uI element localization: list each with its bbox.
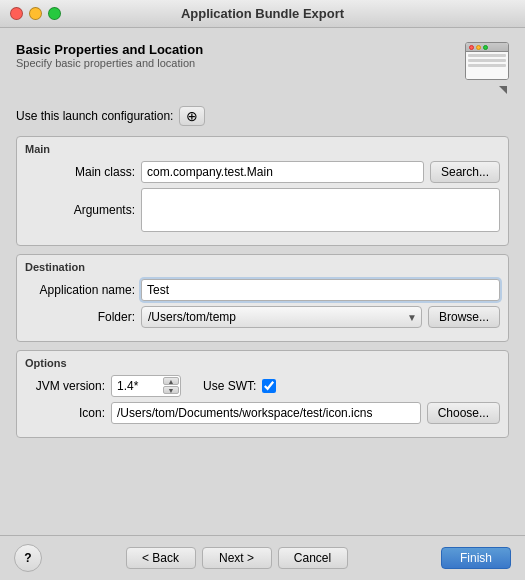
- launch-config-row: Use this launch configuration: ⊕: [16, 106, 509, 126]
- launch-config-icon: ⊕: [186, 108, 198, 124]
- icon-dot-red: [469, 45, 474, 50]
- header: Basic Properties and Location Specify ba…: [16, 42, 509, 96]
- main-section-title: Main: [25, 143, 500, 155]
- icon-dot-green: [483, 45, 488, 50]
- main-class-row: Main class: Search...: [25, 161, 500, 183]
- use-swt-checkbox[interactable]: [262, 379, 276, 393]
- cancel-button[interactable]: Cancel: [278, 547, 348, 569]
- header-text: Basic Properties and Location Specify ba…: [16, 42, 203, 69]
- help-button[interactable]: ?: [14, 544, 42, 572]
- choose-button[interactable]: Choose...: [427, 402, 500, 424]
- header-icon-wrap: [455, 42, 509, 96]
- icon-line-1: [468, 54, 506, 57]
- main-class-label: Main class:: [25, 165, 135, 179]
- arguments-label: Arguments:: [25, 203, 135, 217]
- icon-dot-yellow: [476, 45, 481, 50]
- use-swt-label: Use SWT:: [203, 379, 256, 393]
- next-button[interactable]: Next >: [202, 547, 272, 569]
- destination-section: Destination Application name: Folder: /U…: [16, 254, 509, 342]
- use-swt-checkbox-wrapper: [262, 379, 276, 393]
- maximize-button[interactable]: [48, 7, 61, 20]
- app-name-input[interactable]: [141, 279, 500, 301]
- folder-select-wrapper: /Users/tom/temp ▼: [141, 306, 422, 328]
- destination-section-title: Destination: [25, 261, 500, 273]
- jvm-arrows: ▲ ▼: [163, 377, 179, 394]
- launch-config-label: Use this launch configuration:: [16, 109, 173, 123]
- options-section: Options JVM version: ▲ ▼ Use SWT: Icon: …: [16, 350, 509, 438]
- jvm-spinner: ▲ ▼: [111, 375, 181, 397]
- icon-line-3: [468, 64, 506, 67]
- footer-left: ?: [14, 544, 42, 572]
- window-buttons: [10, 7, 61, 20]
- icon-line-2: [468, 59, 506, 62]
- main-content: Basic Properties and Location Specify ba…: [0, 28, 525, 535]
- jvm-down-arrow[interactable]: ▼: [163, 386, 179, 394]
- search-button[interactable]: Search...: [430, 161, 500, 183]
- close-button[interactable]: [10, 7, 23, 20]
- finish-button[interactable]: Finish: [441, 547, 511, 569]
- folder-row: Folder: /Users/tom/temp ▼ Browse...: [25, 306, 500, 328]
- jvm-row: JVM version: ▲ ▼ Use SWT:: [25, 375, 500, 397]
- app-name-row: Application name:: [25, 279, 500, 301]
- minimize-button[interactable]: [29, 7, 42, 20]
- jvm-up-arrow[interactable]: ▲: [163, 377, 179, 385]
- folder-label: Folder:: [25, 310, 135, 324]
- titlebar: Application Bundle Export: [0, 0, 525, 28]
- footer: ? < Back Next > Cancel Finish: [0, 535, 525, 580]
- footer-right: Finish: [431, 547, 511, 569]
- window-icon: [465, 42, 509, 80]
- icon-window-body: [466, 52, 508, 79]
- back-button[interactable]: < Back: [126, 547, 196, 569]
- jvm-label: JVM version:: [25, 379, 105, 393]
- page-title: Basic Properties and Location: [16, 42, 203, 57]
- app-name-label: Application name:: [25, 283, 135, 297]
- page-subtitle: Specify basic properties and location: [16, 57, 203, 69]
- window-title: Application Bundle Export: [181, 6, 344, 21]
- icon-input[interactable]: [111, 402, 421, 424]
- arguments-row: Arguments:: [25, 188, 500, 232]
- launch-config-button[interactable]: ⊕: [179, 106, 205, 126]
- icon-row: Icon: Choose...: [25, 402, 500, 424]
- icon-window-bar: [466, 43, 508, 52]
- arguments-input[interactable]: [141, 188, 500, 232]
- folder-select[interactable]: /Users/tom/temp: [141, 306, 422, 328]
- footer-nav: < Back Next > Cancel: [42, 547, 431, 569]
- icon-label: Icon:: [25, 406, 105, 420]
- main-class-input[interactable]: [141, 161, 424, 183]
- main-section: Main Main class: Search... Arguments:: [16, 136, 509, 246]
- browse-button[interactable]: Browse...: [428, 306, 500, 328]
- arrow-indicator-icon: [499, 86, 507, 94]
- options-section-title: Options: [25, 357, 500, 369]
